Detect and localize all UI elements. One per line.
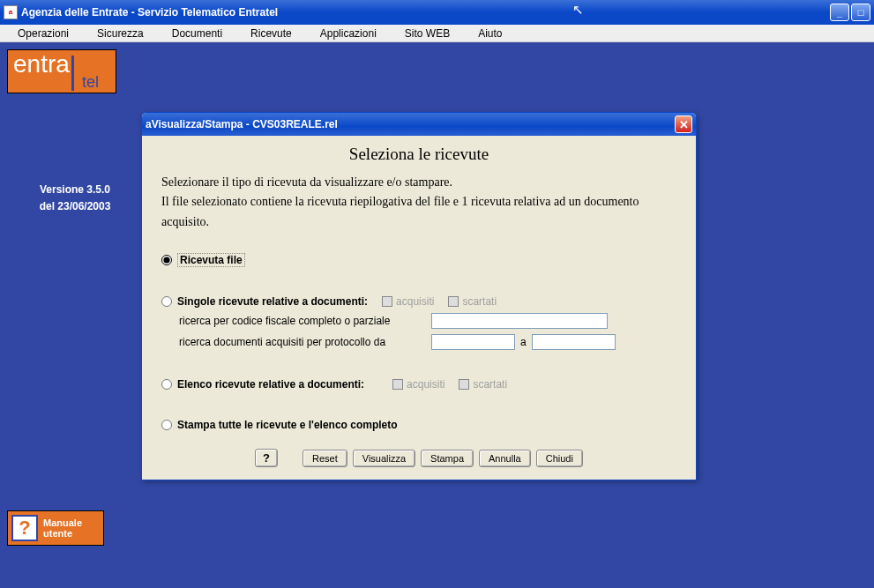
help-button[interactable]: ? [255,449,278,467]
visualizza-button[interactable]: Visualizza [353,450,415,467]
dialog-heading: Seleziona le ricevute [161,145,676,164]
dialog-description: Selezionare il tipo di ricevuta da visua… [161,173,676,232]
logo: entra tel [7,49,116,93]
radio-singole-ricevute[interactable] [161,296,172,307]
input-protocollo-a[interactable] [532,334,616,350]
dialog-visualizza-stampa: a Visualizza/Stampa - CVS03REALE.rel ✕ S… [141,112,697,480]
input-protocollo-da[interactable] [431,334,515,350]
label-singole-ricevute: Singole ricevute relative a documenti: [177,295,368,308]
manual-line1: Manuale [43,517,82,528]
option-elenco-ricevute[interactable]: Elenco ricevute relative a documenti: ac… [161,378,676,391]
reset-button[interactable]: Reset [303,450,347,467]
label-protocollo-sep: a [520,336,527,348]
dialog-title: Visualizza/Stampa - CVS03REALE.rel [152,118,675,130]
app-icon: a [4,5,18,19]
menu-operazioni[interactable]: Operazioni [4,26,83,41]
checkbox-acquisiti-2[interactable] [392,379,403,390]
dialog-close-button[interactable]: ✕ [675,115,692,133]
annulla-button[interactable]: Annulla [479,450,531,467]
dialog-icon: a [146,118,152,130]
checkbox-scartati-1[interactable] [448,296,459,307]
menu-applicazioni[interactable]: Applicazioni [306,26,391,41]
help-icon: ? [11,515,38,541]
radio-elenco-ricevute[interactable] [161,379,172,390]
menu-sitoweb[interactable]: Sito WEB [391,26,464,41]
menu-ricevute[interactable]: Ricevute [236,26,306,41]
minimize-button[interactable]: _ [830,4,849,21]
row-protocollo: ricerca documenti acquisiti per protocol… [179,334,676,350]
label-stampa-tutte: Stampa tutte le ricevute e l'elenco comp… [177,419,398,431]
label-codice-fiscale: ricerca per codice fiscale completo o pa… [179,315,426,327]
radio-stampa-tutte[interactable] [161,420,172,430]
version-line1: Versione 3.5.0 [7,182,143,198]
label-elenco-ricevute: Elenco ricevute relative a documenti: [177,378,364,391]
label-scartati-1: scartati [462,295,497,308]
row-codice-fiscale: ricerca per codice fiscale completo o pa… [179,313,676,329]
option-ricevuta-file[interactable]: Ricevuta file [161,253,676,267]
maximize-button[interactable]: □ [851,4,870,21]
label-acquisiti-2: acquisiti [407,378,444,391]
version-block: Versione 3.5.0 del 23/06/2003 [7,182,143,215]
checkbox-acquisiti-1[interactable] [382,296,392,307]
dialog-button-row: ? Reset Visualizza Stampa Annulla Chiudi [161,449,676,467]
option-stampa-tutte[interactable]: Stampa tutte le ricevute e l'elenco comp… [161,419,676,431]
menubar: Operazioni Sicurezza Documenti Ricevute … [0,25,874,42]
sidebar: entra tel Versione 3.5.0 del 23/06/2003 … [0,42,150,588]
label-acquisiti-1: acquisiti [396,295,434,308]
label-protocollo: ricerca documenti acquisiti per protocol… [179,336,426,348]
checkbox-scartati-2[interactable] [459,379,469,390]
window-title: Agenzia delle Entrate - Servizio Telemat… [21,6,830,19]
input-codice-fiscale[interactable] [431,313,608,329]
menu-aiuto[interactable]: Aiuto [464,26,516,41]
menu-documenti[interactable]: Documenti [158,26,236,41]
version-line2: del 23/06/2003 [7,198,143,215]
dialog-titlebar: a Visualizza/Stampa - CVS03REALE.rel ✕ [142,113,696,136]
logo-text-entra: entra [13,50,70,78]
radio-ricevuta-file[interactable] [161,255,172,265]
manual-button[interactable]: ? Manuale utente [7,510,104,546]
manual-line2: utente [43,528,82,539]
label-scartati-2: scartati [473,378,507,391]
main-titlebar: a Agenzia delle Entrate - Servizio Telem… [0,0,874,25]
stampa-button[interactable]: Stampa [421,450,474,467]
chiudi-button[interactable]: Chiudi [536,450,583,467]
option-singole-ricevute[interactable]: Singole ricevute relative a documenti: a… [161,295,676,308]
logo-text-tel: tel [82,71,99,93]
menu-sicurezza[interactable]: Sicurezza [83,26,158,41]
label-ricevuta-file: Ricevuta file [177,253,245,267]
